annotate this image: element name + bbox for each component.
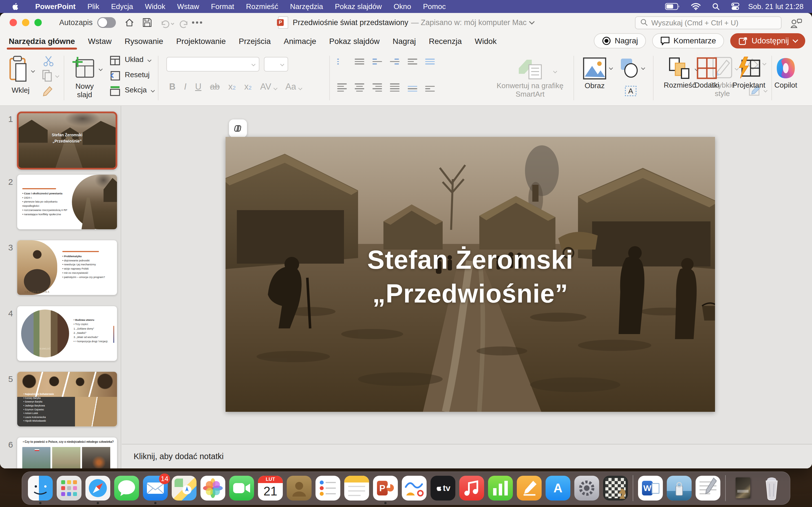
- maps-dock-icon[interactable]: [172, 476, 197, 501]
- notes-pane[interactable]: Kliknij, aby dodać notatki: [122, 444, 812, 468]
- more-toolbar-icon[interactable]: [192, 21, 194, 24]
- finder-dock-icon[interactable]: [28, 476, 53, 501]
- menubar-item-wstaw[interactable]: Wstaw: [171, 2, 205, 11]
- character-spacing-button[interactable]: AV: [260, 82, 277, 92]
- share-feedback-icon[interactable]: [790, 18, 802, 31]
- menubar-item-pomoc[interactable]: Pomoc: [417, 2, 452, 11]
- facetime-dock-icon[interactable]: [229, 476, 254, 501]
- minimize-window-button[interactable]: [22, 19, 29, 26]
- superscript-button[interactable]: x2: [229, 82, 236, 92]
- undo-icon[interactable]: [159, 17, 174, 28]
- thumbnail-slide-3[interactable]: Cezary Baryka Problematyka dojrzewanie j…: [17, 240, 117, 295]
- apple-menu-icon[interactable]: [11, 2, 18, 11]
- align-left-button[interactable]: [337, 83, 347, 93]
- battery-icon[interactable]: [665, 3, 680, 10]
- menubar-item-format[interactable]: Format: [205, 2, 240, 11]
- italic-button[interactable]: I: [184, 82, 187, 92]
- fullscreen-window-button[interactable]: [35, 19, 42, 26]
- tab-wstaw[interactable]: Wstaw: [82, 32, 118, 51]
- menubar-item-rozmiesc[interactable]: Rozmieść: [240, 2, 284, 11]
- menubar-item-powerpoint[interactable]: PowerPoint: [29, 2, 82, 11]
- new-slide-button[interactable]: Nowy slajd: [71, 55, 102, 99]
- menubar-item-plik[interactable]: Plik: [82, 2, 105, 11]
- safari-dock-icon[interactable]: [86, 476, 110, 501]
- search-field[interactable]: [635, 16, 781, 29]
- launchpad-dock-icon[interactable]: [57, 476, 82, 501]
- layout-button[interactable]: Układ: [109, 55, 151, 67]
- reset-button[interactable]: Resetuj: [109, 70, 150, 82]
- bullets-button[interactable]: [337, 59, 347, 66]
- notes-placeholder[interactable]: Kliknij, aby dodać notatki: [134, 452, 223, 461]
- section-button[interactable]: Sekcja: [109, 86, 154, 98]
- picture-button[interactable]: Obraz: [582, 56, 613, 90]
- tab-przejscia[interactable]: Przejścia: [232, 32, 277, 51]
- home-icon[interactable]: [124, 17, 135, 28]
- font-size-select[interactable]: [264, 57, 288, 71]
- columns-button[interactable]: [425, 59, 435, 66]
- designer-button[interactable]: Projektant: [732, 56, 766, 90]
- tab-narzedzia-glowne[interactable]: Narzędzia główne: [2, 32, 82, 51]
- increase-indent-button[interactable]: [390, 59, 400, 66]
- underline-button[interactable]: U: [195, 82, 201, 92]
- format-painter-button[interactable]: [42, 85, 54, 99]
- text-direction-button[interactable]: [408, 86, 417, 93]
- mail-dock-icon[interactable]: 14: [143, 476, 168, 501]
- contacts-dock-icon[interactable]: [287, 476, 312, 501]
- align-text-vertical-button[interactable]: [425, 86, 435, 93]
- menubar-item-okno[interactable]: Okno: [388, 2, 417, 11]
- tab-nagraj[interactable]: Nagraj: [386, 32, 422, 51]
- comments-button[interactable]: Komentarze: [652, 33, 724, 48]
- copilot-button[interactable]: Copilot: [770, 56, 801, 90]
- bold-button[interactable]: B: [169, 82, 175, 92]
- close-window-button[interactable]: [10, 19, 17, 26]
- pages-dock-icon[interactable]: [517, 476, 542, 501]
- menubar-item-pokaz-slajdow[interactable]: Pokaz slajdów: [329, 2, 388, 11]
- change-case-button[interactable]: Aa: [285, 82, 302, 92]
- record-button[interactable]: Nagraj: [594, 33, 646, 48]
- font-name-select[interactable]: [166, 57, 259, 71]
- thumbnail-slide-2[interactable]: Czas i okoliczności powstania 1924 r. pi…: [17, 174, 117, 230]
- menubar-item-edycja[interactable]: Edycja: [105, 2, 139, 11]
- thumbnail-slide-4[interactable]: Nawłoć Budowa utworu Trzy części: 1. „Sz…: [17, 306, 117, 361]
- align-center-button[interactable]: [355, 83, 364, 93]
- search-input[interactable]: [651, 18, 772, 27]
- powerpoint-dock-icon[interactable]: P: [373, 476, 398, 501]
- save-icon[interactable]: [142, 17, 153, 28]
- system-settings-dock-icon[interactable]: [574, 476, 599, 501]
- redo-icon[interactable]: [179, 17, 190, 28]
- thumbnail-slide-5[interactable]: Najważniejsi bohaterowie Cezary Baryka S…: [17, 372, 117, 427]
- tab-animacje[interactable]: Animacje: [277, 32, 322, 51]
- music-dock-icon[interactable]: [459, 476, 484, 501]
- smartart-button[interactable]: Konwertuj na grafikę SmartArt: [496, 57, 564, 99]
- appstore-dock-icon[interactable]: A: [546, 476, 570, 501]
- trash-dock-icon[interactable]: [759, 476, 784, 501]
- copy-button[interactable]: [41, 69, 54, 84]
- numbering-button[interactable]: [355, 59, 364, 66]
- downloads-document-icon[interactable]: [730, 476, 755, 501]
- shapes-button[interactable]: [619, 57, 640, 79]
- tab-widok[interactable]: Widok: [468, 32, 503, 51]
- line-spacing-button[interactable]: [408, 59, 417, 66]
- cut-button[interactable]: [42, 55, 55, 68]
- chess-dock-icon[interactable]: [603, 476, 628, 501]
- text-box-button[interactable]: A: [623, 84, 638, 99]
- subscript-button[interactable]: x2: [244, 82, 252, 92]
- menubar-clock[interactable]: Sob. 21 lut 21:28: [748, 2, 804, 11]
- photos-dock-icon[interactable]: [200, 476, 225, 501]
- preview-dock-icon[interactable]: [667, 476, 692, 501]
- document-title[interactable]: P Przedwiośnie świat przedstawiony — Zap…: [278, 16, 534, 29]
- menubar-item-widok[interactable]: Widok: [139, 2, 171, 11]
- thumbnail-slide-6[interactable]: Czy to powieść o Polsce, czy o niedojrza…: [17, 437, 117, 468]
- share-button[interactable]: Udostępnij: [730, 33, 805, 48]
- thumbnail-slide-1[interactable]: Stefan Żeromski„Przedwiośnie”: [17, 112, 117, 170]
- canvas-copilot-button[interactable]: [229, 119, 247, 137]
- align-right-button[interactable]: [372, 83, 382, 93]
- control-center-icon[interactable]: [731, 3, 740, 10]
- tab-recenzja[interactable]: Recenzja: [422, 32, 468, 51]
- justify-button[interactable]: [390, 83, 400, 93]
- slide-canvas-area[interactable]: Stefan Żeromski „Przedwiośnie”: [122, 106, 812, 444]
- wifi-icon[interactable]: [691, 3, 701, 10]
- calendar-dock-icon[interactable]: LUT 21: [258, 476, 283, 501]
- tab-pokaz-slajdow[interactable]: Pokaz slajdów: [323, 32, 386, 51]
- tab-projektowanie[interactable]: Projektowanie: [170, 32, 232, 51]
